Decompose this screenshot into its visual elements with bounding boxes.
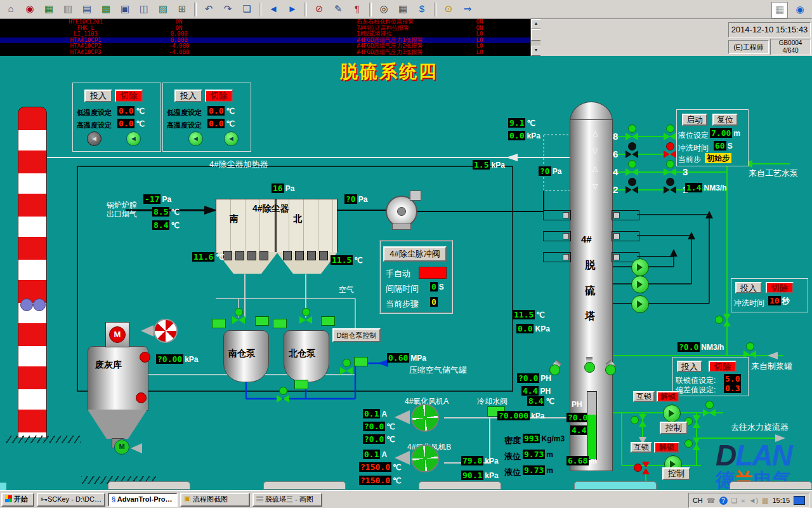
pump-group-control-button[interactable]: D组仓泵控制 bbox=[332, 328, 381, 342]
report-icon[interactable]: ▤ bbox=[79, 1, 95, 18]
low-temp-setpoint[interactable]: 0.0 bbox=[117, 106, 134, 116]
flush-valve-4[interactable] bbox=[625, 168, 638, 176]
engage-button[interactable]: 投入 bbox=[84, 90, 112, 102]
screen-tab-active[interactable] bbox=[574, 481, 657, 490]
forward-icon[interactable]: ► bbox=[284, 1, 301, 18]
lock-button[interactable]: 互锁 bbox=[633, 391, 655, 402]
screen-tab[interactable] bbox=[0, 483, 6, 490]
current-user[interactable]: (E)工程师 bbox=[728, 40, 769, 54]
high-temp-setpoint[interactable]: 0.0 bbox=[117, 119, 134, 128]
scroll-up-icon[interactable]: ▲ bbox=[531, 19, 541, 29]
fan-b-icon[interactable] bbox=[411, 444, 439, 472]
undo-icon[interactable]: ↶ bbox=[200, 1, 217, 18]
help-tray-icon[interactable]: ? bbox=[719, 497, 728, 505]
currency-icon[interactable]: $ bbox=[414, 1, 430, 18]
network-icon[interactable]: ▥ bbox=[762, 497, 768, 505]
air-valve[interactable] bbox=[340, 367, 353, 375]
damper-status-icon[interactable]: ◄ bbox=[126, 131, 141, 146]
flush-valve-5[interactable] bbox=[664, 150, 676, 158]
tray-icon[interactable]: « bbox=[741, 497, 745, 504]
flush-valve-2[interactable] bbox=[625, 186, 638, 194]
discharge-pump-icon[interactable] bbox=[663, 404, 681, 422]
cut-button[interactable]: 切除 bbox=[709, 361, 737, 372]
reset-button[interactable]: 复位 bbox=[712, 114, 738, 126]
mute-alarm-icon[interactable]: ⊘ bbox=[311, 1, 327, 18]
screen-tab[interactable] bbox=[730, 481, 812, 490]
screen-switch-icon[interactable]: ▦ bbox=[771, 2, 788, 18]
flush-valve-6[interactable] bbox=[625, 150, 638, 158]
circulation-pump-icon[interactable] bbox=[631, 295, 649, 313]
home-icon[interactable]: ⌂ bbox=[3, 1, 19, 18]
unlock-button[interactable]: 解锁 bbox=[654, 442, 679, 453]
line-valve[interactable] bbox=[693, 415, 700, 428]
level-setpoint[interactable]: 7.00 bbox=[710, 128, 732, 138]
motor-icon[interactable]: M bbox=[114, 439, 129, 455]
lock-button[interactable]: 互锁 bbox=[631, 442, 652, 453]
cut-button[interactable]: 切除 bbox=[205, 90, 233, 102]
engage-button[interactable]: 投入 bbox=[174, 90, 202, 102]
scroll-down-icon[interactable]: ▼ bbox=[531, 46, 541, 56]
high-temp-setpoint[interactable]: 0.0 bbox=[207, 119, 225, 128]
cut-button[interactable]: 切除 bbox=[115, 90, 143, 102]
engage-button[interactable]: 投入 bbox=[735, 282, 762, 293]
fan-a-icon[interactable] bbox=[411, 404, 439, 432]
volume-icon[interactable]: ◄) bbox=[749, 497, 759, 504]
discharge-valve[interactable] bbox=[703, 409, 716, 417]
engage-button[interactable]: 投入 bbox=[677, 361, 702, 372]
system-structure-icon[interactable]: ⊞ bbox=[174, 1, 190, 18]
point-detail-icon[interactable]: ▥ bbox=[60, 1, 76, 18]
deviation-setpoint[interactable]: 0.3 bbox=[724, 384, 741, 393]
start-button[interactable]: 开始 bbox=[1, 493, 34, 507]
modify-icon[interactable]: ✎ bbox=[330, 1, 346, 18]
motor-icon[interactable]: M bbox=[109, 326, 126, 343]
sequence-icon[interactable]: ▣ bbox=[117, 1, 133, 18]
flush-time-setpoint[interactable]: 60 bbox=[714, 141, 726, 150]
task-advantrol[interactable]: § AdvanTrol-Pro实... bbox=[108, 493, 178, 507]
task-paint[interactable]: ▤ 脱硫塔三 - 画图 bbox=[252, 493, 322, 507]
damper-status-icon[interactable]: ◄ bbox=[188, 131, 203, 146]
control-button[interactable]: 控制 bbox=[662, 467, 690, 480]
exit-icon[interactable]: ⇒ bbox=[459, 1, 476, 18]
tray-icon[interactable]: ☎ bbox=[707, 497, 716, 505]
silo-motor-box[interactable]: M bbox=[105, 322, 129, 347]
flush-valve-7[interactable] bbox=[664, 133, 676, 140]
drain-valve-closed[interactable] bbox=[642, 462, 650, 474]
circulation-pump-icon[interactable] bbox=[631, 258, 649, 276]
rotary-feeder-icon[interactable] bbox=[154, 319, 178, 343]
search-icon[interactable]: ◎ bbox=[376, 1, 392, 18]
flush-time-setpoint[interactable]: 10 bbox=[768, 296, 781, 305]
screen-tab[interactable] bbox=[419, 481, 501, 490]
line-valve[interactable] bbox=[693, 438, 700, 450]
pump-inlet-valve[interactable] bbox=[232, 316, 245, 324]
display-icon[interactable] bbox=[794, 496, 805, 505]
pump-inlet-valve[interactable] bbox=[299, 316, 312, 324]
damper-status-icon[interactable]: ◄ bbox=[87, 131, 102, 146]
trend-icon[interactable]: ▩ bbox=[98, 1, 114, 18]
start-button[interactable]: 启动 bbox=[682, 114, 707, 126]
alarm-scrollbar[interactable]: ▲ ▼ bbox=[530, 19, 541, 56]
cut-button[interactable]: 切除 bbox=[766, 282, 794, 293]
clock[interactable]: 15:15 bbox=[772, 497, 790, 504]
input-method-indicator[interactable]: CH bbox=[693, 497, 703, 504]
discharge-valve[interactable] bbox=[277, 395, 289, 403]
screen-tab[interactable] bbox=[108, 481, 190, 490]
manual-auto-indicator[interactable] bbox=[419, 267, 447, 279]
control-button[interactable]: 控制 bbox=[660, 422, 688, 434]
scroll-thumb[interactable] bbox=[531, 29, 541, 41]
flush-valve-8[interactable] bbox=[625, 133, 638, 140]
tray-icon[interactable]: ❏ bbox=[731, 497, 738, 505]
low-temp-setpoint[interactable]: 0.0 bbox=[207, 106, 225, 116]
drain-valve[interactable] bbox=[639, 414, 646, 427]
unlock-button[interactable]: 解锁 bbox=[657, 391, 679, 402]
datasheet-icon[interactable]: ▨ bbox=[155, 1, 171, 18]
task-flowchart[interactable]: ▣ 流程图截图 bbox=[180, 493, 250, 507]
flush-line-valve[interactable] bbox=[723, 314, 731, 326]
print-icon[interactable]: ▦ bbox=[395, 1, 411, 18]
flush-valve-3[interactable] bbox=[664, 168, 676, 176]
pin-icon[interactable]: ¶ bbox=[349, 1, 365, 18]
group-display-icon[interactable]: ▦ bbox=[41, 1, 57, 18]
task-sckey[interactable]: 🗝SCKey - D:\DCSDATA\... bbox=[37, 493, 105, 507]
alarm-icon[interactable]: ◉ bbox=[22, 1, 38, 18]
circulation-pump-icon[interactable] bbox=[631, 276, 649, 293]
interlock-setpoint[interactable]: 5.0 bbox=[724, 374, 741, 384]
